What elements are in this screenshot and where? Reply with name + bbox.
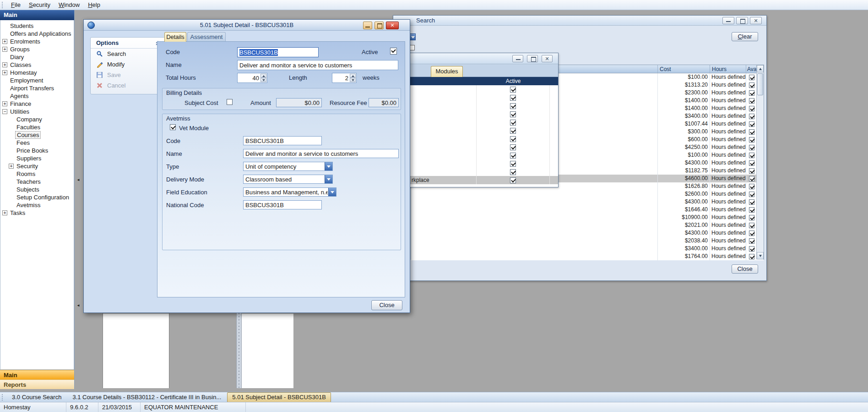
chevron-down-icon[interactable] bbox=[325, 162, 332, 170]
sidebar-item-groups[interactable]: +Groups bbox=[0, 45, 74, 53]
increment-icon[interactable] bbox=[260, 74, 266, 78]
available-checkbox[interactable] bbox=[749, 199, 754, 205]
module-row[interactable] bbox=[403, 118, 558, 126]
available-checkbox[interactable] bbox=[749, 129, 754, 135]
available-checkbox[interactable] bbox=[749, 223, 754, 228]
module-active-checkbox[interactable] bbox=[510, 103, 516, 109]
module-active-checkbox[interactable] bbox=[510, 161, 516, 167]
menu-security[interactable]: Security bbox=[25, 0, 54, 9]
expand-icon[interactable]: + bbox=[2, 62, 7, 67]
taskbar-item[interactable]: 3.0 Course Search bbox=[7, 392, 66, 402]
maximize-button[interactable] bbox=[736, 17, 748, 24]
available-checkbox[interactable] bbox=[749, 192, 754, 197]
available-checkbox[interactable] bbox=[749, 231, 754, 236]
module-row[interactable]: rkplace bbox=[403, 176, 558, 184]
subject-result-row[interactable]: $2600.00Hours defined b bbox=[411, 190, 764, 198]
available-checkbox[interactable] bbox=[749, 184, 754, 189]
field-education-dropdown[interactable]: Business and Management, n.e. bbox=[243, 187, 336, 197]
options-item-search[interactable]: Search bbox=[91, 49, 166, 59]
expand-icon[interactable]: + bbox=[2, 210, 7, 215]
sidebar-item-fees[interactable]: Fees bbox=[0, 139, 74, 147]
sidebar-item-enrolments[interactable]: +Enrolments bbox=[0, 38, 74, 45]
sidebar-item-diary[interactable]: Diary bbox=[0, 53, 74, 61]
chevron-down-icon[interactable] bbox=[325, 175, 332, 183]
chevron-down-icon[interactable] bbox=[328, 188, 336, 196]
available-checkbox[interactable] bbox=[749, 121, 754, 127]
module-row[interactable] bbox=[403, 110, 558, 118]
column-header-cost[interactable]: Cost bbox=[658, 65, 710, 73]
minimize-button[interactable] bbox=[512, 55, 523, 62]
sidebar-item-airport-transfers[interactable]: Airport Transfers bbox=[0, 84, 74, 92]
module-active-checkbox[interactable] bbox=[510, 136, 516, 142]
module-row[interactable] bbox=[403, 126, 558, 135]
sidebar-item-offers-and-applications[interactable]: Offers and Applications bbox=[0, 30, 74, 38]
close-button[interactable] bbox=[386, 22, 399, 29]
subject-result-row[interactable]: $3400.00Hours defined b bbox=[411, 245, 764, 253]
available-checkbox[interactable] bbox=[749, 246, 754, 252]
available-checkbox[interactable] bbox=[749, 168, 754, 174]
sidebar-item-finance[interactable]: +Finance bbox=[0, 100, 74, 108]
modules-window-titlebar[interactable] bbox=[403, 53, 558, 64]
minimize-button[interactable] bbox=[363, 22, 372, 29]
background-window-scrollbar-fragment[interactable] bbox=[236, 313, 242, 388]
sidebar-item-rooms[interactable]: Rooms bbox=[0, 170, 74, 178]
expand-icon[interactable]: + bbox=[2, 101, 7, 106]
column-header-active[interactable]: Active bbox=[477, 77, 550, 85]
sidebar-item-agents[interactable]: Agents bbox=[0, 92, 74, 100]
clear-button[interactable]: Clear bbox=[732, 32, 758, 41]
options-item-modify[interactable]: Modify bbox=[91, 59, 166, 70]
module-active-checkbox[interactable] bbox=[510, 87, 516, 93]
tab-details[interactable]: Details bbox=[164, 32, 186, 42]
total-hours-stepper[interactable]: 40 bbox=[237, 73, 267, 83]
tab-assessment[interactable]: Assessment bbox=[187, 32, 226, 42]
column-header-hours[interactable]: Hours bbox=[710, 65, 746, 73]
sidebar-item-price-books[interactable]: Price Books bbox=[0, 147, 74, 154]
subject-result-row[interactable]: $1764.00Hours defined b bbox=[411, 253, 764, 260]
sidebar-item-avetmiss[interactable]: Avetmiss bbox=[0, 201, 74, 209]
expand-icon[interactable]: + bbox=[2, 47, 7, 52]
module-active-checkbox[interactable] bbox=[510, 120, 516, 126]
sidebar-item-company[interactable]: Company bbox=[0, 115, 74, 123]
sidebar-item-courses[interactable]: Courses bbox=[0, 131, 74, 139]
sidebar-item-suppliers[interactable]: Suppliers bbox=[0, 154, 74, 162]
avetmiss-code-input[interactable]: BSBCUS301B bbox=[243, 136, 322, 145]
options-item-cancel[interactable]: Cancel bbox=[91, 80, 166, 91]
menu-help[interactable]: Help bbox=[84, 0, 104, 9]
tab-modules[interactable]: Modules bbox=[431, 66, 463, 77]
available-checkbox[interactable] bbox=[749, 106, 754, 111]
sidebar-item-students[interactable]: Students bbox=[0, 22, 74, 30]
sidebar-main-button[interactable]: Main bbox=[0, 370, 74, 379]
subject-detail-titlebar[interactable]: 5.01 Subject Detail - BSBCUS301B bbox=[84, 20, 410, 31]
delivery-mode-dropdown[interactable]: Classroom based bbox=[243, 175, 333, 184]
minimize-button[interactable] bbox=[722, 17, 734, 24]
module-active-checkbox[interactable] bbox=[510, 177, 516, 183]
available-checkbox[interactable] bbox=[749, 207, 754, 213]
subject-result-row[interactable]: $4300.00Hours defined b bbox=[411, 198, 764, 206]
length-stepper[interactable]: 2 bbox=[332, 73, 357, 83]
collapse-splitter-button[interactable] bbox=[76, 302, 81, 310]
available-checkbox[interactable] bbox=[749, 145, 754, 150]
module-row[interactable] bbox=[403, 93, 558, 102]
sidebar-item-faculties[interactable]: Faculties bbox=[0, 123, 74, 131]
available-checkbox[interactable] bbox=[749, 137, 754, 143]
sidebar-item-subjects[interactable]: Subjects bbox=[0, 186, 74, 193]
available-checkbox[interactable] bbox=[749, 160, 754, 166]
sidebar-item-classes[interactable]: +Classes bbox=[0, 61, 74, 69]
module-row[interactable] bbox=[403, 151, 558, 159]
subject-result-row[interactable]: $2038.40Hours defined b bbox=[411, 237, 764, 245]
available-checkbox[interactable] bbox=[749, 176, 754, 181]
type-dropdown[interactable]: Unit of competency bbox=[243, 162, 333, 171]
module-row[interactable] bbox=[403, 168, 558, 176]
collapse-icon[interactable]: − bbox=[2, 109, 7, 114]
available-checkbox[interactable] bbox=[749, 254, 754, 259]
available-checkbox[interactable] bbox=[749, 75, 754, 80]
sidebar-reports-button[interactable]: Reports bbox=[0, 379, 74, 389]
module-row[interactable] bbox=[403, 102, 558, 110]
module-active-checkbox[interactable] bbox=[510, 144, 516, 150]
column-header-available[interactable]: Ava bbox=[746, 65, 757, 73]
sidebar-item-tasks[interactable]: +Tasks bbox=[0, 209, 74, 217]
national-code-input[interactable]: BSBCUS301B bbox=[243, 200, 322, 209]
active-checkbox[interactable] bbox=[390, 48, 397, 55]
search-window-titlebar[interactable]: Search bbox=[393, 16, 766, 26]
amount-input[interactable]: $0.00 bbox=[276, 98, 322, 107]
